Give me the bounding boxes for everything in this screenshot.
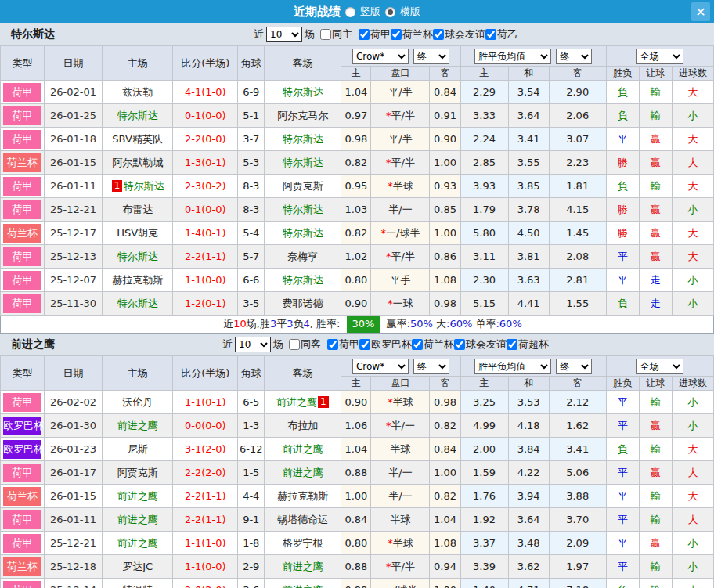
home-team-cell: 前进之鹰 — [103, 414, 173, 438]
league-checkbox[interactable] — [359, 339, 370, 350]
league-badge: 荷甲 — [3, 200, 41, 219]
team-label: 赫拉克勒斯 — [112, 274, 163, 286]
league-filter[interactable]: 球会友谊 — [454, 337, 507, 352]
league-checkbox[interactable] — [391, 29, 402, 40]
league-filter[interactable]: 荷兰杯 — [391, 27, 433, 41]
final-select[interactable]: 终 — [413, 49, 449, 64]
wdl-average-group: 胜平负均值终 — [460, 356, 606, 377]
away-team-cell: 布拉加 — [265, 414, 341, 438]
handicap-cell: 一/球半 — [371, 579, 430, 588]
scope-select[interactable]: 全场 — [636, 359, 683, 374]
league-filter[interactable]: 荷超杯 — [507, 337, 549, 352]
league-checkbox[interactable] — [433, 29, 444, 40]
date-cell: 25-12-13 — [45, 245, 103, 269]
result-handicap-cell: 輸 — [639, 81, 672, 104]
league-checkbox[interactable] — [412, 339, 423, 350]
handicap-home-odds: 1.04 — [341, 438, 371, 461]
same-venue-checkbox[interactable] — [320, 29, 331, 40]
result-handicap-cell: 贏 — [639, 461, 672, 485]
away-team-cell: 特尔斯达 — [265, 269, 341, 292]
handicap-away-odds: 0.84 — [430, 438, 460, 461]
summary-segment: 单率 — [472, 318, 496, 330]
same-venue-filter[interactable]: 同客 — [289, 337, 321, 352]
league-badge: 荷甲 — [3, 247, 41, 266]
league-checkbox[interactable] — [327, 339, 338, 350]
same-venue-checkbox[interactable] — [289, 339, 300, 350]
avg-draw-odds: 3.84 — [508, 438, 549, 461]
handicap-away-odds: 1.00 — [430, 579, 460, 588]
league-filter[interactable]: 欧罗巴杯 — [359, 337, 412, 352]
scope-select[interactable]: 全场 — [636, 49, 683, 64]
corners-cell: 2-9 — [238, 555, 265, 579]
score-cell: 2-2(0-0) — [173, 128, 238, 151]
company-select[interactable]: Crow* — [352, 359, 409, 374]
league-checkbox[interactable] — [454, 339, 465, 350]
layout-radio-horizontal[interactable] — [385, 7, 395, 17]
league-checkbox[interactable] — [507, 339, 517, 350]
col-type: 类型 — [1, 356, 45, 391]
final-select[interactable]: 终 — [556, 49, 592, 64]
same-venue-filter[interactable]: 同主 — [320, 27, 352, 41]
result-wdl-cell: 勝 — [606, 151, 639, 175]
date-cell: 25-12-18 — [45, 555, 103, 579]
league-filter[interactable]: 荷甲 — [359, 27, 391, 41]
avg-draw-odds: 3.64 — [508, 104, 549, 128]
result-goals-cell: 大 — [672, 175, 713, 198]
summary-segment: 3 — [287, 318, 293, 330]
score-cell: 1-4(0-1) — [173, 222, 238, 245]
result-goals-cell: 大 — [672, 438, 713, 461]
team-label: 前进之鹰 — [283, 443, 323, 455]
company-select[interactable]: Crow* — [352, 49, 409, 64]
summary-segment: 负 — [294, 318, 304, 330]
avg-away-odds: 2.23 — [549, 151, 606, 175]
home-team-cell: 沃伦丹 — [103, 391, 173, 414]
result-wdl-cell: 平 — [606, 555, 639, 579]
league-checkbox[interactable] — [359, 29, 370, 40]
league-filter[interactable]: 荷甲 — [327, 337, 359, 352]
games-count-select[interactable]: 10 — [235, 337, 271, 352]
handicap-home-odds: 1.02 — [341, 245, 371, 269]
handicap-home-odds: 1.03 — [341, 198, 371, 222]
result-wdl-cell: 負 — [606, 104, 639, 128]
league-checkbox[interactable] — [485, 29, 496, 40]
league-filter[interactable]: 荷兰杯 — [412, 337, 454, 352]
games-count-select[interactable]: 10 — [266, 27, 302, 42]
result-handicap-cell: 贏 — [639, 198, 672, 222]
result-wdl-cell: 平 — [606, 128, 639, 151]
match-row: 荷兰杯 25-12-17 HSV胡克 1-4(0-1) 5-4 特尔斯达 0.8… — [1, 222, 714, 245]
final-select[interactable]: 终 — [556, 359, 592, 374]
team-recent-section: 前进之鹰 近 10 场 同客 荷甲欧罗巴杯荷兰杯球会友谊荷超杯 类型 日期 主场… — [0, 334, 714, 588]
corners-cell: 1-5 — [238, 461, 265, 485]
final-select[interactable]: 终 — [413, 359, 449, 374]
handicap-label: 平/半 — [388, 86, 412, 98]
league-filter[interactable]: 荷乙 — [485, 27, 517, 41]
wdl-average-group: 胜平负均值终 — [460, 46, 606, 67]
handicap-cell: *平/半 — [371, 555, 430, 579]
handicap-label: 半球 — [390, 443, 410, 455]
handicap-home-odds: 0.95 — [341, 175, 371, 198]
col-date: 日期 — [45, 356, 103, 391]
team-label: 阿尔克马尔 — [277, 110, 328, 121]
date-cell: 26-01-11 — [45, 175, 103, 198]
league-label: 荷兰杯 — [402, 27, 433, 41]
result-handicap-cell: 贏 — [639, 128, 672, 151]
handicap-cell: *平/半 — [371, 104, 430, 128]
avg-draw-odds: 3.53 — [508, 391, 549, 414]
match-row: 荷甲 26-01-11 1特尔斯达 2-3(0-2) 8-3 阿贾克斯 0.95… — [1, 175, 714, 198]
avg-home-odds: 2.85 — [460, 151, 508, 175]
dialog-title: 近期战绩 — [294, 5, 341, 20]
team-label: 费耶诺德 — [283, 298, 323, 309]
league-filter[interactable]: 球会友谊 — [433, 27, 485, 41]
handicap-home-odds: 0.88 — [341, 555, 371, 579]
wdl-average-select[interactable]: 胜平负均值 — [474, 49, 551, 64]
date-cell: 26-02-01 — [45, 81, 103, 104]
date-cell: 26-01-23 — [45, 438, 103, 461]
avg-draw-odds: 3.78 — [508, 198, 549, 222]
same-venue-label: 同客 — [301, 337, 321, 352]
wdl-average-select[interactable]: 胜平负均值 — [474, 359, 551, 374]
handicap-away-odds: 1.08 — [430, 269, 460, 292]
avg-home-odds: 2.00 — [460, 438, 508, 461]
close-button[interactable]: ✕ — [691, 2, 710, 21]
team-label: 前进之鹰 — [283, 584, 323, 588]
layout-radio-vertical[interactable] — [345, 7, 355, 17]
